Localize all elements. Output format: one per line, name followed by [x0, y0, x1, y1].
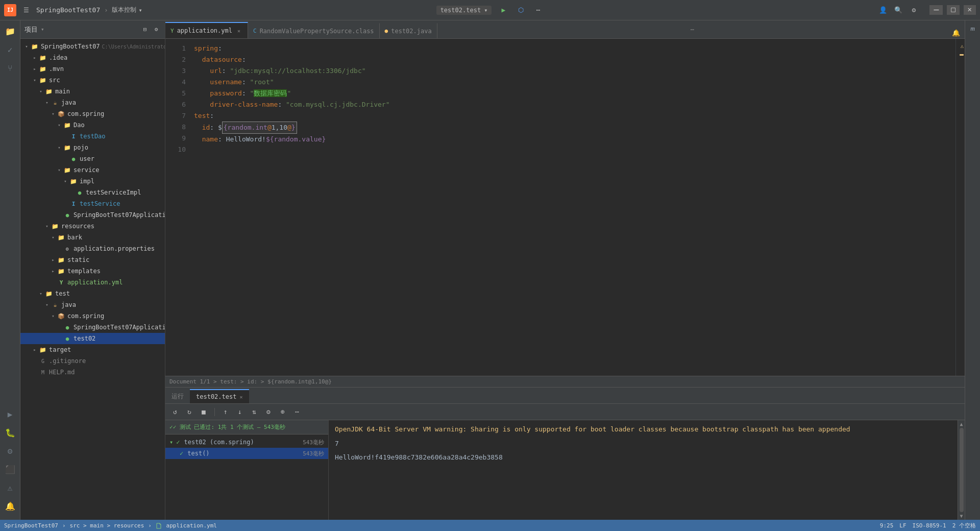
tree-label: com.spring	[67, 312, 104, 320]
tree-item-springboottest07[interactable]: ▾ 📁 SpringBootTest07 C:\Users\Administra…	[20, 41, 165, 52]
user-icon[interactable]: 👤	[877, 5, 889, 16]
tab-test02[interactable]: ● test02.java	[380, 23, 437, 38]
filter-button[interactable]: ⚙	[263, 406, 274, 418]
more-test-button[interactable]: ⋯	[291, 406, 303, 418]
tree-item-springbootapplication[interactable]: ▸ ● SpringBootTest07Application	[20, 209, 165, 221]
tree-item-bark[interactable]: ▾ 📁 bark	[20, 232, 165, 243]
tree-item-service[interactable]: ▾ 📁 service	[20, 164, 165, 176]
tree-item-java-test[interactable]: ▾ ☕ java	[20, 299, 165, 310]
tree-label: SpringBootTest07Application...	[74, 324, 165, 331]
next-test-button[interactable]: ↓	[234, 406, 246, 418]
sort-button[interactable]: ⇅	[249, 406, 260, 418]
hamburger-menu[interactable]: ☰	[20, 5, 32, 16]
settings-icon[interactable]: ⚙	[908, 5, 919, 16]
tree-label: HELP.md	[49, 369, 75, 376]
tree-item-java-main[interactable]: ▾ ☕ java	[20, 97, 165, 108]
settings-tree-button[interactable]: ⚙	[152, 25, 161, 34]
tab-randomvalue[interactable]: C RandomValuePropertySource.class	[248, 23, 380, 38]
tree-item-static[interactable]: ▸ 📁 static	[20, 254, 165, 266]
tree-item-com-spring-test[interactable]: ▾ 📦 com.spring	[20, 310, 165, 322]
search-icon[interactable]: 🔍	[893, 5, 904, 16]
sidebar-icon-run[interactable]: ▶	[2, 405, 19, 423]
more-actions-button[interactable]: ⋯	[532, 5, 544, 16]
tab-test02-run[interactable]: test02.test ✕	[190, 389, 249, 403]
tab-icon-yaml: Y	[170, 28, 174, 34]
rerun-button[interactable]: ↺	[169, 406, 181, 418]
bottom-tab-close[interactable]: ✕	[239, 394, 242, 400]
tree-item-dao[interactable]: ▾ 📁 Dao	[20, 119, 165, 131]
maximize-button[interactable]: □	[947, 5, 959, 15]
tab-application-yml[interactable]: Y application.yml ✕	[165, 22, 248, 38]
status-breadcrumb: src > main > resources	[70, 522, 144, 529]
tree-label: bark	[67, 234, 82, 241]
editor-content: 1 2 3 4 5 6 7 8 9 10 spring: datasource:	[165, 39, 965, 376]
stop-button[interactable]: ■	[198, 406, 209, 418]
tree-item-test02[interactable]: ▸ ● test02	[20, 333, 165, 344]
right-icon-m[interactable]: m	[967, 22, 979, 35]
tree-item-src[interactable]: ▾ 📁 src	[20, 75, 165, 86]
expand-button[interactable]: ⊕	[277, 406, 288, 418]
output-scrollbar[interactable]: ▲ ▼	[958, 420, 965, 520]
tree-label: application.properties	[74, 245, 155, 252]
test-item-method[interactable]: ✓ test() 543毫秒	[165, 448, 328, 459]
prev-test-button[interactable]: ↑	[220, 406, 231, 418]
tree-item-springboottest07applicationtests[interactable]: ▸ ● SpringBootTest07Application...	[20, 322, 165, 333]
tree-label: Dao	[74, 122, 85, 129]
code-editor[interactable]: spring: datasource: url: "jdbc:mysql://l…	[190, 39, 955, 376]
test-method-time: 543毫秒	[303, 450, 324, 457]
sidebar-icon-terminal[interactable]: ⬛	[2, 461, 19, 478]
sidebar-icon-debug[interactable]: 🐛	[2, 424, 19, 441]
tree-item-resources[interactable]: ▾ 📁 resources	[20, 221, 165, 232]
tabs-overflow[interactable]: ⋯	[687, 20, 698, 38]
rerun-failed-button[interactable]: ↻	[184, 406, 195, 418]
test-item-group[interactable]: ▾ ✓ test02 (com.spring) 543毫秒	[165, 437, 328, 448]
tree-label: src	[49, 77, 60, 84]
tree-item-pojo[interactable]: ▾ 📁 pojo	[20, 142, 165, 153]
right-sidebar: m	[965, 20, 980, 520]
status-line-ending[interactable]: LF	[899, 522, 906, 529]
tree-item-testdao[interactable]: ▸ I testDao	[20, 131, 165, 142]
tab-run[interactable]: 运行	[165, 389, 190, 403]
test-output-panel: OpenJDK 64-Bit Server VM warning: Sharin…	[329, 420, 958, 520]
sidebar-icon-git[interactable]: ⑂	[2, 59, 19, 77]
close-button[interactable]: ✕	[964, 5, 976, 15]
collapse-all-button[interactable]: ⊟	[140, 25, 150, 34]
line-numbers: 1 2 3 4 5 6 7 8 9 10	[165, 39, 190, 376]
tree-label: target	[49, 346, 71, 353]
status-encoding[interactable]: ISO-8859-1	[913, 522, 946, 529]
tree-item-user[interactable]: ▸ ● user	[20, 153, 165, 164]
status-position[interactable]: 9:25	[880, 522, 894, 529]
run-config[interactable]: test02.test ▾	[436, 6, 492, 15]
tree-item-application-yml[interactable]: ▸ Y application.yml	[20, 277, 165, 288]
tree-item-target[interactable]: ▸ 📁 target	[20, 344, 165, 355]
tree-item-impl[interactable]: ▾ 📁 impl	[20, 176, 165, 187]
tree-item-helpmd[interactable]: ▸ M HELP.md	[20, 367, 165, 378]
tree-item-test[interactable]: ▾ 📁 test	[20, 288, 165, 299]
test-method-label: test()	[187, 450, 209, 457]
sidebar-icon-services[interactable]: ⚙	[2, 442, 19, 460]
tree-item-testserviceimpl[interactable]: ▸ ● testServiceImpl	[20, 187, 165, 198]
sidebar-icon-folder[interactable]: 📁	[2, 22, 19, 40]
tree-item-idea[interactable]: ▸ 📁 .idea	[20, 52, 165, 63]
sidebar-icon-notifications[interactable]: 🔔	[2, 497, 19, 515]
tree-label: test	[55, 290, 70, 297]
status-indent[interactable]: 2 个空格	[952, 522, 976, 529]
tree-label: com.spring	[67, 110, 104, 117]
tree-item-gitignore[interactable]: ▸ G .gitignore	[20, 355, 165, 367]
coverage-button[interactable]: ⬡	[515, 5, 526, 16]
tree-item-templates[interactable]: ▸ 📁 templates	[20, 266, 165, 277]
test-time: 543毫秒	[303, 439, 324, 446]
run-button[interactable]: ▶	[498, 5, 509, 16]
tree-item-com-spring[interactable]: ▾ 📦 com.spring	[20, 108, 165, 119]
notifications-bell[interactable]: 🔔	[950, 27, 962, 38]
tree-item-mvn[interactable]: ▸ 📁 .mvn	[20, 63, 165, 75]
tree-item-application-properties[interactable]: ▸ ⚙ application.properties	[20, 243, 165, 254]
tab-close-button[interactable]: ✕	[235, 27, 242, 34]
tree-item-testservice[interactable]: ▸ I testService	[20, 198, 165, 209]
version-control[interactable]: 版本控制 ▾	[112, 6, 142, 14]
title-bar: IJ ☰ SpringBootTest07 › 版本控制 ▾ test02.te…	[0, 0, 980, 20]
tree-item-main[interactable]: ▾ 📁 main	[20, 86, 165, 97]
minimize-button[interactable]: ─	[929, 5, 943, 15]
sidebar-icon-problems[interactable]: ⚠	[2, 479, 19, 496]
sidebar-icon-commit[interactable]: ✓	[2, 41, 19, 58]
